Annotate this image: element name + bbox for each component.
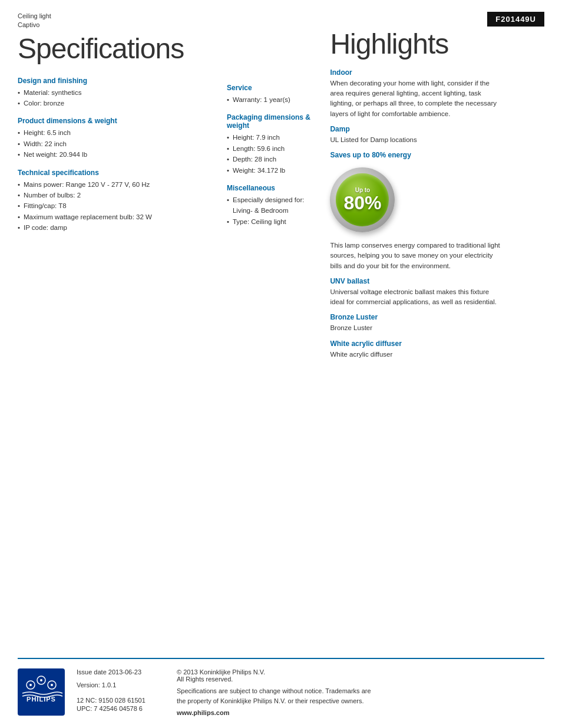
list-item: Warranty: 1 year(s) — [227, 94, 318, 105]
list-item: Material: synthetics — [18, 87, 215, 98]
list-item: Especially designed for: Living- & Bedro… — [227, 195, 318, 216]
list-item: Color: bronze — [18, 98, 215, 108]
tech-heading: Technical specifications — [18, 169, 215, 177]
damp-heading: Damp — [330, 125, 544, 133]
diffuser-heading: White acrylic diffuser — [330, 340, 544, 348]
philips-url: www.philips.com — [177, 709, 544, 716]
unv-text: Universal voltage electronic ballast mak… — [330, 287, 501, 308]
service-list: Warranty: 1 year(s) — [227, 94, 318, 105]
badge-percent-label: 80% — [343, 193, 381, 212]
list-item: Length: 59.6 inch — [227, 143, 318, 154]
specs-title: Specifications — [18, 34, 215, 65]
page-wrapper: Ceiling light Captivo Specifications Des… — [0, 0, 562, 728]
service-heading: Service — [227, 84, 318, 92]
svg-point-5 — [29, 684, 32, 686]
design-heading: Design and finishing — [18, 77, 215, 85]
nc: 12 NC: 9150 028 61501 — [77, 697, 165, 704]
list-item: Fitting/cap: T8 — [18, 200, 215, 211]
indoor-text: When decorating your home with light, co… — [330, 78, 501, 119]
bronze-heading: Bronze Luster — [330, 313, 544, 321]
design-list: Material: synthetics Color: bronze — [18, 87, 215, 109]
list-item: Width: 22 inch — [18, 139, 215, 149]
energy-heading: Saves up to 80% energy — [330, 151, 544, 159]
svg-text:PHILIPS: PHILIPS — [27, 696, 56, 703]
svg-point-7 — [51, 684, 53, 686]
list-item: Depth: 28 inch — [227, 154, 318, 164]
footer-dates: Issue date 2013-06-23 Version: 1.0.1 12 … — [77, 668, 165, 712]
footer-copy: © 2013 Koninklijke Philips N.V. All Righ… — [177, 668, 544, 716]
indoor-heading: Indoor — [330, 68, 544, 77]
center-col: Service Warranty: 1 year(s) Packaging di… — [221, 12, 324, 503]
rights: All Rights reserved. — [177, 676, 544, 683]
philips-logo: PHILIPS — [18, 668, 65, 716]
diffuser-text: White acrylic diffuser — [330, 350, 501, 360]
dimensions-heading: Product dimensions & weight — [18, 117, 215, 125]
highlights-header: F201449U — [330, 12, 544, 27]
highlights-area: F201449U Highlights Indoor When decorati… — [324, 12, 544, 503]
tech-list: Mains power: Range 120 V - 277 V, 60 Hz … — [18, 179, 215, 233]
unv-heading: UNV ballast — [330, 277, 544, 285]
energy-text: This lamp conserves energy compared to t… — [330, 241, 501, 271]
misc-list: Especially designed for: Living- & Bedro… — [227, 195, 318, 227]
packaging-list: Height: 7.9 inch Length: 59.6 inch Depth… — [227, 132, 318, 176]
damp-text: UL Listed for Damp locations — [330, 135, 501, 145]
list-item: Net weight: 20.944 lb — [18, 149, 215, 160]
list-item: Mains power: Range 120 V - 277 V, 60 Hz — [18, 179, 215, 190]
list-item: Maximum wattage replacement bulb: 32 W — [18, 212, 215, 222]
energy-badge-inner: Up to 80% — [336, 173, 389, 226]
energy-badge: Up to 80% — [330, 167, 395, 232]
svg-point-6 — [40, 679, 42, 681]
product-code: F201449U — [487, 12, 544, 27]
product-category: Ceiling light Captivo — [18, 12, 215, 30]
list-item: Height: 6.5 inch — [18, 127, 215, 138]
main-content: Ceiling light Captivo Specifications Des… — [0, 0, 562, 503]
list-item: IP code: damp — [18, 222, 215, 233]
disclaimer: Specifications are subject to change wit… — [177, 686, 377, 706]
highlights-title: Highlights — [330, 29, 544, 60]
category-line: Ceiling light — [18, 12, 215, 21]
list-item: Height: 7.9 inch — [227, 132, 318, 143]
dimensions-list: Height: 6.5 inch Width: 22 inch Net weig… — [18, 127, 215, 160]
list-item: Number of bulbs: 2 — [18, 190, 215, 200]
footer: PHILIPS Issue date 2013-06-23 Version: 1… — [18, 658, 544, 728]
copyright: © 2013 Koninklijke Philips N.V. — [177, 668, 544, 676]
issue-date: Issue date 2013-06-23 — [77, 668, 165, 676]
upc: UPC: 7 42546 04578 6 — [77, 705, 165, 712]
packaging-heading: Packaging dimensions & weight — [227, 113, 318, 130]
energy-badge-container: Up to 80% — [330, 167, 544, 232]
version: Version: 1.0.1 — [77, 681, 165, 689]
bronze-text: Bronze Luster — [330, 323, 501, 333]
misc-heading: Miscellaneous — [227, 184, 318, 192]
subcategory-line: Captivo — [18, 21, 215, 29]
list-item: Type: Ceiling light — [227, 216, 318, 227]
list-item: Weight: 34.172 lb — [227, 165, 318, 176]
specs-area: Ceiling light Captivo Specifications Des… — [18, 12, 221, 503]
